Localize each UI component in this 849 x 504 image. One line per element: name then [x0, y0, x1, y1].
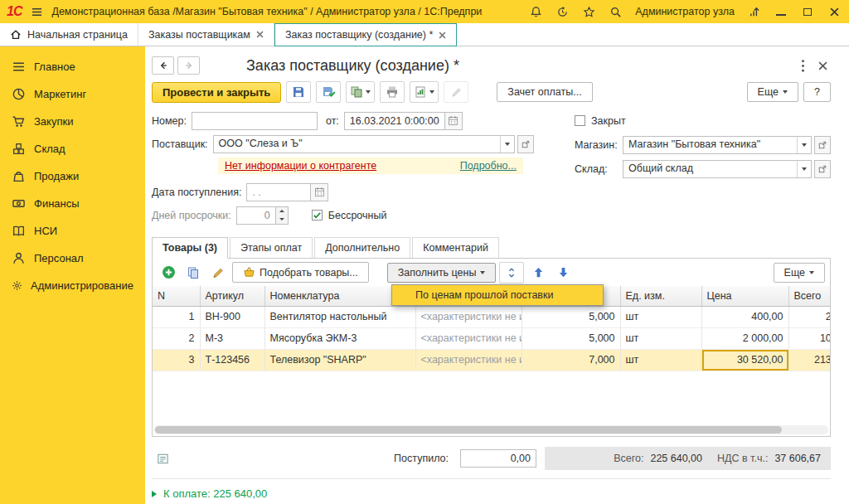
- closed-checkbox[interactable]: Закрыт: [575, 111, 831, 130]
- col-unit[interactable]: Ед. изм.: [620, 286, 701, 306]
- report-icon: [414, 85, 427, 99]
- save-and-post-button[interactable]: [316, 81, 341, 103]
- sidebar-item-marketing[interactable]: Маркетинг: [0, 80, 145, 108]
- tab-close-icon[interactable]: [439, 32, 446, 39]
- receipt-date-input[interactable]: [246, 183, 311, 201]
- warehouse-value: Общий склад: [623, 161, 797, 177]
- post-and-close-button[interactable]: Провести и закрыть: [152, 82, 281, 103]
- help-button[interactable]: ?: [803, 82, 831, 102]
- supplier-combo[interactable]: ООО "Слеза и Ъ": [213, 135, 515, 153]
- kebab-menu-icon[interactable]: [801, 59, 805, 73]
- col-n[interactable]: N: [153, 286, 200, 306]
- overdue-days-input[interactable]: [236, 206, 276, 225]
- history-icon[interactable]: [554, 3, 570, 20]
- list-summary-icon[interactable]: [152, 448, 173, 468]
- edit-button-disabled[interactable]: [444, 81, 468, 103]
- col-price[interactable]: Цена: [701, 286, 788, 306]
- table-row-selected[interactable]: 3 Т-123456 Телевизор "SHARP" <характерис…: [153, 349, 830, 371]
- sidebar-item-warehouse[interactable]: Склад: [0, 135, 145, 162]
- shop-combo[interactable]: Магазин "Бытовая техника": [623, 136, 812, 154]
- payment-offset-button[interactable]: Зачет оплаты...: [497, 82, 592, 102]
- close-document-icon[interactable]: [818, 61, 827, 70]
- col-article[interactable]: Артикул: [200, 286, 264, 306]
- menu-item-last-delivery-prices[interactable]: По ценам прошлой поставки: [392, 285, 603, 305]
- spinner-buttons[interactable]: [276, 206, 289, 225]
- tab-label: Начальная страница: [27, 29, 128, 41]
- number-input[interactable]: [192, 112, 318, 130]
- sort-rows-button[interactable]: [499, 262, 524, 284]
- pick-goods-button[interactable]: Подобрать товары...: [232, 262, 369, 283]
- sidebar-item-nsi[interactable]: НСИ: [0, 217, 145, 245]
- back-button[interactable]: [152, 56, 174, 75]
- tab-supplier-orders-list[interactable]: Заказы поставщикам: [138, 23, 274, 46]
- warning-text[interactable]: Нет информации о контрагенте: [225, 160, 376, 172]
- sidebar-item-sales[interactable]: Продажи: [0, 162, 145, 190]
- totals-panel: Всего: 225 640,00 НДС в т.ч.: 37 606,67: [545, 447, 831, 470]
- tab-supplier-order-create[interactable]: Заказ поставщику (создание) *: [274, 23, 457, 46]
- warehouse-combo[interactable]: Общий склад: [623, 160, 812, 178]
- tab-additional[interactable]: Дополнительно: [314, 237, 410, 258]
- termless-checkbox[interactable]: Бессрочный: [312, 210, 387, 221]
- copy-row-button[interactable]: [182, 263, 204, 283]
- sidebar-item-administration[interactable]: Администрирование: [0, 272, 145, 299]
- tab-payment-stages[interactable]: Этапы оплат: [230, 237, 313, 258]
- create-based-on-button[interactable]: [346, 81, 375, 103]
- main-menu-icon[interactable]: [28, 3, 45, 20]
- document-form: Номер: от: Поставщик: ООО "Слеза и Ъ": [152, 106, 831, 235]
- connection-speed-icon[interactable]: [746, 3, 763, 20]
- chevron-down-icon[interactable]: [797, 137, 811, 153]
- search-icon[interactable]: [607, 3, 623, 20]
- chevron-down-icon[interactable]: [500, 136, 514, 153]
- reports-button[interactable]: [410, 81, 439, 103]
- col-total[interactable]: Всего: [788, 286, 830, 306]
- sidebar-item-main[interactable]: Главное: [0, 53, 145, 80]
- bag-icon: [12, 169, 26, 183]
- forward-button[interactable]: [177, 56, 200, 75]
- fill-prices-button[interactable]: Заполнить цены: [387, 263, 497, 283]
- copy-documents-icon: [350, 85, 363, 99]
- table-more-button[interactable]: Еще: [774, 263, 825, 283]
- tab-goods[interactable]: Товары (3): [152, 237, 228, 259]
- tab-home[interactable]: Начальная страница: [0, 23, 138, 46]
- notifications-bell-icon[interactable]: [527, 3, 544, 20]
- document-footer: Поступило: Всего: 225 640,00 НДС в т.ч.:…: [152, 437, 831, 472]
- banknote-icon: [12, 196, 26, 211]
- scrollbar-thumb[interactable]: [155, 426, 782, 434]
- received-label: Поступило:: [394, 453, 449, 464]
- open-warehouse-button[interactable]: [814, 160, 831, 178]
- calendar-icon[interactable]: [445, 112, 463, 130]
- edit-row-button[interactable]: [207, 263, 229, 283]
- tab-comment[interactable]: Комментарий: [412, 237, 499, 258]
- horizontal-scrollbar[interactable]: [154, 425, 828, 434]
- open-shop-button[interactable]: [814, 136, 831, 154]
- favorites-star-icon[interactable]: [580, 3, 597, 20]
- details-link[interactable]: Подробно...: [460, 160, 517, 172]
- received-input[interactable]: [460, 449, 536, 468]
- save-button[interactable]: [286, 81, 311, 103]
- supplier-value: ООО "Слеза и Ъ": [214, 136, 500, 153]
- chevron-down-icon[interactable]: [797, 161, 811, 177]
- expander-chevron-icon[interactable]: [152, 491, 157, 497]
- current-user[interactable]: Администратор узла: [635, 6, 735, 17]
- sidebar-item-personnel[interactable]: Персонал: [0, 245, 145, 272]
- to-pay-text[interactable]: К оплате: 225 640,00: [163, 487, 267, 500]
- doc-date-input[interactable]: [344, 112, 445, 130]
- close-window-button[interactable]: [826, 3, 842, 20]
- table-row[interactable]: 2 М-3 Мясорубка ЭКМ-3 <характеристики не…: [153, 327, 830, 349]
- more-actions-button[interactable]: Еще: [747, 82, 798, 102]
- sidebar-item-finance[interactable]: Финансы: [0, 190, 145, 217]
- move-row-down-button[interactable]: [552, 263, 574, 283]
- focused-price-cell[interactable]: 30 520,00: [701, 349, 788, 371]
- tab-close-icon[interactable]: [256, 31, 264, 38]
- sections-sidebar: Главное Маркетинг Закупки Склад Продажи …: [0, 46, 145, 504]
- minimize-button[interactable]: [773, 3, 789, 20]
- move-row-up-button[interactable]: [527, 263, 549, 283]
- dropdown-caret-icon: [366, 90, 371, 94]
- open-supplier-button[interactable]: [517, 135, 534, 153]
- calendar-icon[interactable]: [311, 183, 328, 201]
- print-button[interactable]: [380, 81, 405, 103]
- sidebar-item-purchases[interactable]: Закупки: [0, 108, 145, 135]
- maximize-button[interactable]: [799, 3, 816, 20]
- add-row-button[interactable]: [158, 263, 179, 283]
- table-row[interactable]: 1 ВН-900 Вентилятор настольный <характер…: [153, 306, 830, 327]
